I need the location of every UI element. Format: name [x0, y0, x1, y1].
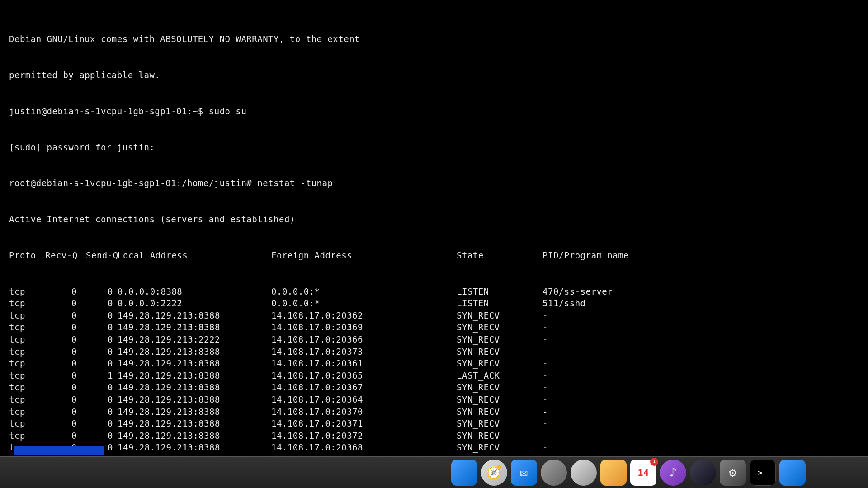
netstat-row: tcp00149.28.129.213:838814.108.17.0:2036…	[9, 310, 859, 322]
header-sendq: Send-Q	[86, 249, 118, 262]
cell-sendq: 1	[86, 370, 118, 382]
cell-pid: 511/sshd	[542, 297, 859, 310]
cell-foreign: 14.108.17.0:20369	[271, 321, 457, 333]
motd-line: Debian GNU/Linux comes with ABSOLUTELY N…	[9, 33, 859, 45]
terminal-icon[interactable]: >_	[750, 460, 776, 486]
cell-sendq: 0	[86, 406, 118, 418]
netstat-row: tcp000.0.0.0:22220.0.0.0:*LISTEN511/sshd	[9, 297, 859, 310]
cell-recvq: 0	[45, 394, 86, 406]
cell-proto: tcp	[9, 430, 45, 442]
cell-foreign: 14.108.17.0:20368	[271, 441, 457, 454]
cell-pid: -	[542, 370, 859, 382]
cell-recvq: 0	[45, 286, 86, 298]
cell-proto: tcp	[9, 418, 45, 430]
cell-pid: -	[542, 418, 859, 430]
cell-foreign: 14.108.17.0:20366	[271, 333, 457, 346]
command-text: sudo su	[209, 106, 247, 116]
cell-pid: -	[542, 310, 859, 322]
cell-state: SYN_RECV	[457, 418, 542, 430]
command-text: netstat -tunap	[257, 178, 333, 188]
cell-local: 149.28.129.213:8388	[118, 381, 271, 394]
cell-foreign: 14.108.17.0:20364	[271, 394, 457, 406]
cell-state: LAST_ACK	[457, 370, 542, 382]
header-proto: Proto	[9, 249, 45, 262]
app-icon[interactable]	[779, 460, 806, 486]
cell-pid: -	[542, 381, 859, 394]
cell-recvq: 0	[45, 333, 86, 346]
notes-icon[interactable]	[600, 460, 627, 486]
mail-icon[interactable]: ✉	[511, 460, 537, 486]
cell-sendq: 0	[86, 286, 118, 298]
netstat-row: tcp000.0.0.0:83880.0.0.0:*LISTEN470/ss-s…	[9, 286, 859, 298]
cell-state: SYN_RECV	[457, 346, 542, 358]
cell-state: SYN_RECV	[457, 430, 542, 442]
cell-state: LISTEN	[457, 286, 542, 298]
cell-foreign: 14.108.17.0:20365	[271, 370, 457, 382]
netstat-title: Active Internet connections (servers and…	[9, 213, 859, 225]
cell-foreign: 0.0.0.0:*	[271, 286, 457, 298]
cell-recvq: 0	[45, 321, 86, 333]
cell-recvq: 0	[45, 406, 86, 418]
safari-icon[interactable]: 🧭	[481, 460, 507, 486]
cell-recvq: 0	[45, 297, 86, 310]
cell-proto: tcp	[9, 321, 45, 333]
cell-state: SYN_RECV	[457, 357, 542, 370]
user-prompt-line: justin@debian-s-1vcpu-1gb-sgp1-01:~$ sud…	[9, 105, 859, 117]
header-foreign: Foreign Address	[271, 249, 457, 262]
cell-pid: -	[542, 406, 859, 418]
cell-local: 149.28.129.213:8388	[118, 346, 271, 358]
cell-recvq: 0	[45, 357, 86, 370]
cell-foreign: 14.108.17.0:20370	[271, 406, 457, 418]
app-icon[interactable]	[541, 460, 567, 486]
cell-pid: -	[542, 430, 859, 442]
cell-proto: tcp	[9, 370, 45, 382]
cell-sendq: 0	[86, 381, 118, 394]
cell-local: 149.28.129.213:8388	[118, 321, 271, 333]
app-icon[interactable]	[571, 460, 597, 486]
macos-dock: 🧭 ✉ 14 1 ♪ ⚙ >_	[0, 456, 868, 488]
terminal-output[interactable]: Debian GNU/Linux comes with ABSOLUTELY N…	[9, 9, 859, 488]
netstat-row: tcp00149.28.129.213:838814.108.17.0:2036…	[9, 357, 859, 370]
cell-proto: tcp	[9, 286, 45, 298]
cell-state: LISTEN	[457, 297, 542, 310]
netstat-row: tcp00149.28.129.213:838814.108.17.0:2036…	[9, 441, 859, 454]
cell-foreign: 14.108.17.0:20372	[271, 430, 457, 442]
cell-state: SYN_RECV	[457, 441, 542, 454]
cell-proto: tcp	[9, 310, 45, 322]
cell-foreign: 14.108.17.0:20373	[271, 346, 457, 358]
netstat-row: tcp00149.28.129.213:838814.108.17.0:2037…	[9, 430, 859, 442]
cell-sendq: 0	[86, 357, 118, 370]
cell-foreign: 14.108.17.0:20361	[271, 357, 457, 370]
cell-local: 149.28.129.213:8388	[118, 357, 271, 370]
cell-proto: tcp	[9, 346, 45, 358]
steam-icon[interactable]	[690, 460, 716, 486]
finder-icon[interactable]	[451, 460, 477, 486]
itunes-icon[interactable]: ♪	[660, 460, 686, 486]
cell-sendq: 0	[86, 321, 118, 333]
calendar-icon[interactable]: 14 1	[630, 460, 656, 486]
cell-foreign: 14.108.17.0:20362	[271, 310, 457, 322]
horizontal-scrollbar[interactable]	[14, 446, 104, 455]
cell-pid: -	[542, 333, 859, 346]
cell-pid: 470/ss-server	[542, 286, 859, 298]
cell-state: SYN_RECV	[457, 321, 542, 333]
cell-local: 149.28.129.213:8388	[118, 430, 271, 442]
cell-state: SYN_RECV	[457, 406, 542, 418]
cell-foreign: 14.108.17.0:20371	[271, 418, 457, 430]
header-pid: PID/Program name	[542, 249, 859, 262]
cell-foreign: 0.0.0.0:*	[271, 297, 457, 310]
netstat-row: tcp00149.28.129.213:222214.108.17.0:2036…	[9, 333, 859, 346]
header-local: Local Address	[118, 249, 271, 262]
cell-local: 149.28.129.213:8388	[118, 394, 271, 406]
cell-sendq: 0	[86, 418, 118, 430]
cell-recvq: 0	[45, 381, 86, 394]
cell-recvq: 0	[45, 310, 86, 322]
cell-state: SYN_RECV	[457, 381, 542, 394]
sudo-password-prompt: [sudo] password for justin:	[9, 141, 859, 154]
notification-badge: 1	[650, 458, 658, 466]
netstat-row: tcp00149.28.129.213:838814.108.17.0:2037…	[9, 406, 859, 418]
netstat-row: tcp01149.28.129.213:838814.108.17.0:2036…	[9, 370, 859, 382]
system-preferences-icon[interactable]: ⚙	[720, 460, 746, 486]
cell-proto: tcp	[9, 381, 45, 394]
cell-local: 0.0.0.0:2222	[118, 297, 271, 310]
